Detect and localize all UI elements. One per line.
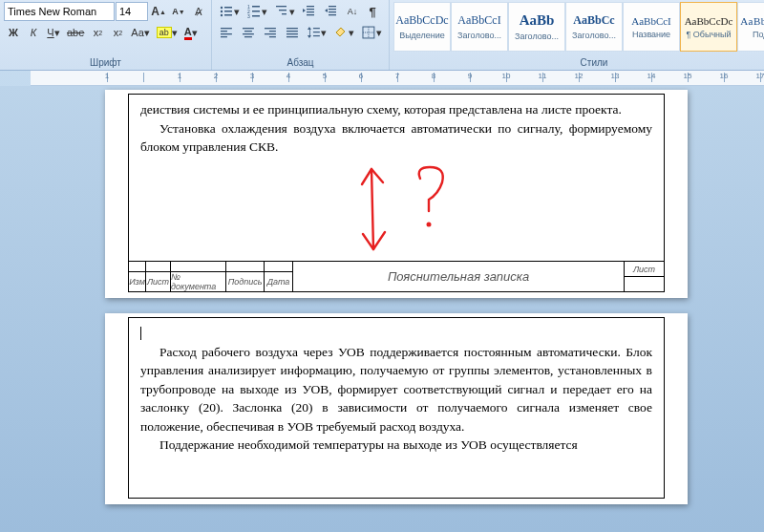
style-item-title[interactable]: AaBbCcI Название	[623, 2, 680, 52]
svg-rect-29	[243, 33, 254, 34]
tb-data: Дата	[265, 271, 293, 291]
style-item-normal[interactable]: AaBbCcDc ¶ Обычный	[680, 2, 737, 52]
style-item-emphasis[interactable]: AaBbCcDc Выделение	[393, 2, 451, 52]
underline-button[interactable]: Ч▾	[44, 23, 63, 42]
clear-format-button[interactable]: A̷	[189, 2, 208, 21]
svg-rect-42	[312, 35, 319, 36]
svg-rect-17	[307, 11, 314, 12]
shading-button[interactable]: ▾	[330, 23, 357, 42]
subscript-button[interactable]: x2	[88, 23, 107, 42]
style-item-subtitle[interactable]: AaBbCcDc Подзаг	[737, 2, 764, 52]
decrease-indent-button[interactable]	[299, 2, 320, 21]
styles-group-label: Стили	[393, 56, 764, 70]
show-marks-button[interactable]: ¶	[363, 2, 382, 21]
svg-rect-18	[307, 14, 314, 15]
svg-point-4	[221, 14, 223, 16]
style-item-heading1[interactable]: AaBbCcI Заголово...	[451, 2, 508, 52]
style-item-heading2[interactable]: AaBb Заголово...	[508, 2, 565, 52]
svg-rect-21	[329, 11, 336, 12]
svg-rect-35	[286, 28, 298, 29]
title-block: Изм Лист № документа Подпись Дата Поясни…	[128, 262, 665, 292]
tb-right-label: Лист	[625, 262, 664, 277]
italic-button[interactable]: К	[24, 23, 43, 42]
svg-rect-30	[244, 36, 252, 37]
page-1[interactable]: деиствия системы и ее принципиальную схе…	[105, 90, 688, 298]
svg-point-46	[427, 223, 432, 227]
body-text[interactable]: Расход рабочего воздуха через УОВ поддер…	[140, 343, 652, 436]
font-size-combo[interactable]	[116, 2, 148, 21]
font-group-label: Шрифт	[4, 56, 207, 70]
svg-rect-32	[269, 31, 276, 32]
multilevel-button[interactable]: ▾	[271, 2, 298, 21]
horizontal-ruler[interactable]: 1123456789101112131415161718	[31, 71, 764, 86]
svg-rect-38	[286, 36, 298, 37]
svg-rect-39	[308, 30, 309, 35]
tb-ndoc: № документа	[171, 271, 226, 291]
sort-button[interactable]: A↓	[343, 2, 362, 21]
svg-rect-28	[244, 31, 252, 32]
svg-rect-33	[265, 33, 276, 34]
tb-title: Пояснительная записка	[293, 262, 624, 291]
tb-podpis: Подпись	[226, 271, 265, 291]
document-area[interactable]: деиствия системы и ее принципиальную схе…	[0, 86, 764, 532]
svg-rect-26	[221, 36, 227, 37]
svg-rect-7	[252, 6, 260, 8]
svg-rect-36	[286, 31, 298, 32]
empty-paragraph[interactable]	[140, 324, 652, 343]
svg-rect-31	[265, 28, 276, 29]
borders-button[interactable]: ▾	[358, 23, 385, 42]
superscript-button[interactable]: x2	[108, 23, 127, 42]
paragraph-group-label: Абзац	[216, 56, 385, 70]
align-left-button[interactable]	[216, 23, 237, 42]
align-right-button[interactable]	[260, 23, 281, 42]
svg-rect-9	[252, 11, 260, 12]
shrink-font-button[interactable]: A▼	[169, 2, 188, 21]
highlight-button[interactable]: ab▾	[154, 23, 180, 42]
svg-rect-1	[224, 7, 232, 9]
svg-rect-41	[312, 32, 319, 32]
align-justify-button[interactable]	[282, 23, 303, 42]
font-family-combo[interactable]	[4, 2, 115, 21]
svg-rect-5	[224, 14, 232, 16]
svg-rect-11	[252, 15, 260, 17]
svg-rect-20	[329, 9, 336, 10]
svg-rect-22	[329, 14, 336, 15]
svg-rect-23	[221, 28, 232, 29]
numbering-button[interactable]: 123▾	[244, 2, 270, 21]
svg-rect-40	[312, 28, 319, 29]
change-case-button[interactable]: Aa▾	[128, 23, 152, 42]
svg-rect-19	[329, 6, 336, 7]
bold-button[interactable]: Ж	[4, 23, 23, 42]
svg-rect-15	[307, 6, 314, 7]
svg-text:3: 3	[247, 13, 250, 19]
svg-point-2	[221, 11, 223, 12]
page-2[interactable]: Расход рабочего воздуха через УОВ поддер…	[105, 313, 688, 504]
grow-font-button[interactable]: A▲	[149, 2, 168, 21]
align-center-button[interactable]	[238, 23, 259, 42]
increase-indent-button[interactable]	[321, 2, 342, 21]
svg-point-0	[221, 7, 223, 9]
line-spacing-button[interactable]: ▾	[304, 23, 330, 42]
svg-rect-27	[243, 28, 254, 29]
svg-rect-13	[279, 10, 286, 11]
svg-rect-24	[221, 31, 227, 32]
tb-izm: Изм	[129, 271, 146, 291]
tb-right-value	[625, 277, 664, 291]
body-text[interactable]: Поддержание необходимой температуры на в…	[140, 436, 652, 455]
strike-button[interactable]: abe	[64, 23, 87, 42]
font-color-button[interactable]: A▾	[181, 23, 201, 42]
styles-gallery[interactable]: AaBbCcDc Выделение AaBbCcI Заголово... A…	[393, 2, 764, 52]
bullets-button[interactable]: ▾	[216, 2, 243, 21]
svg-rect-37	[286, 33, 298, 34]
svg-rect-3	[224, 11, 232, 12]
svg-rect-34	[269, 36, 276, 37]
body-text[interactable]: деиствия системы и ее принципиальную схе…	[140, 100, 652, 119]
style-item-heading3[interactable]: AaBbCc Заголово...	[565, 2, 623, 52]
annotation-scribble	[320, 158, 482, 263]
text-cursor	[140, 327, 141, 340]
svg-rect-12	[276, 6, 286, 7]
svg-rect-14	[282, 13, 286, 14]
svg-rect-25	[221, 33, 232, 34]
svg-rect-16	[307, 9, 314, 10]
body-text[interactable]: Установка охлаждения воздуха включается …	[140, 119, 652, 157]
